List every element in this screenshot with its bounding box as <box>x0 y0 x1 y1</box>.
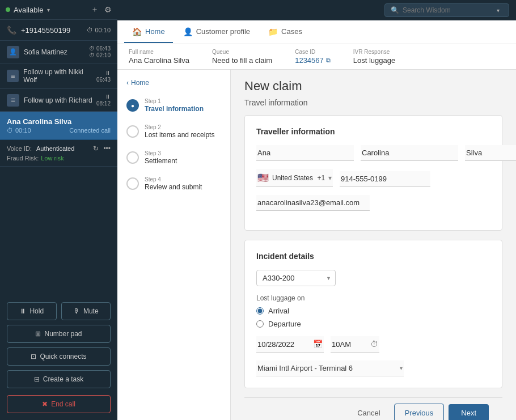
country-select[interactable]: 🇺🇸 United States +1 ▾ <box>256 169 333 187</box>
pause-icon-richard: ⏸ <box>105 94 111 100</box>
hold-icon: ⏸ <box>19 307 26 315</box>
contact-item-nikki[interactable]: ≡ Follow up with Nikki Wolf ⏸ 06:43 <box>0 63 117 89</box>
last-name-field <box>465 145 516 161</box>
search-input[interactable] <box>403 6 493 14</box>
calendar-icon[interactable]: 📅 <box>313 340 323 349</box>
arrival-radio-input[interactable] <box>256 307 264 315</box>
phone-field <box>340 171 430 187</box>
end-call-icon: ✖ <box>42 400 48 408</box>
active-call-item[interactable]: 📞 +19145550199 ⏱ 00:10 <box>0 20 117 41</box>
create-task-button[interactable]: ⊟ Create a task <box>7 370 111 388</box>
step-2-label: Lost items and receipts <box>145 131 221 139</box>
departure-radio[interactable]: Departure <box>256 320 490 328</box>
aircraft-select[interactable]: A330-200 <box>256 270 336 286</box>
fraud-risk-row: Fraud Risk: Low risk <box>7 155 111 162</box>
info-bar: Full name Ana Carolina Silva Queue Need … <box>117 44 516 70</box>
phone-input[interactable] <box>340 171 430 187</box>
topbar: 🔍 ▾ <box>117 0 516 20</box>
step-3[interactable]: Step 3 Settlement <box>126 150 221 165</box>
settings-icon[interactable]: ⚙ <box>104 5 112 14</box>
contact-times-sofia: ⏱06:43 ⏱02:10 <box>89 45 111 58</box>
date-input[interactable] <box>257 340 308 349</box>
incident-card: Incident details A330-200 Lost luggage o… <box>244 240 502 388</box>
contact-left-nikki: ≡ Follow up with Nikki Wolf <box>7 68 96 84</box>
form-area: New claim Travel information Traveller i… <box>231 70 516 420</box>
numpad-icon: ⊞ <box>35 330 41 338</box>
traveller-card: Traveller information <box>244 115 502 231</box>
case-id-field: Case ID 1234567 ⧉ <box>295 49 331 65</box>
case-id-link[interactable]: 1234567 ⧉ <box>295 56 331 65</box>
main-content: 🔍 ▾ 🏠 Home 👤 Customer profile 📁 Cases <box>117 0 516 420</box>
task-icon: ⊟ <box>34 375 40 383</box>
contact-time-1: ⏱06:43 <box>89 45 111 52</box>
tab-home[interactable]: 🏠 Home <box>124 22 173 43</box>
airport-select-wrapper: Miami Intl Airport - Terminal 6 ▾ <box>256 360 404 376</box>
ivr-field: IVR Response Lost luggage <box>353 49 395 65</box>
step-4-circle <box>126 177 139 190</box>
time-input[interactable] <box>332 340 366 349</box>
tab-customer-profile[interactable]: 👤 Customer profile <box>175 22 258 43</box>
end-call-button[interactable]: ✖ End call <box>7 395 111 413</box>
email-input[interactable] <box>256 195 370 211</box>
country-label: United States +1 <box>272 174 325 182</box>
queue-label: Queue <box>212 49 272 55</box>
contact-left: 👤 Sofia Martinez <box>7 46 67 58</box>
steps-sidebar: ‹ Home ● Step 1 Travel information Step … <box>117 70 231 420</box>
call-number: +19145550199 <box>21 26 70 35</box>
search-bar[interactable]: 🔍 ▾ <box>384 3 509 17</box>
airport-chevron-icon: ▾ <box>400 365 403 371</box>
arrival-radio[interactable]: Arrival <box>256 307 490 315</box>
next-button[interactable]: Next <box>449 404 489 420</box>
aircraft-select-wrapper: A330-200 <box>256 270 490 286</box>
call-duration: ⏱ 00:10 <box>87 27 111 33</box>
date-time-row: 📅 ⏱ <box>256 336 490 353</box>
step-3-number: Step 3 <box>145 150 221 156</box>
back-link[interactable]: ‹ Home <box>126 79 221 87</box>
middle-name-input[interactable] <box>361 145 458 161</box>
full-name-value: Ana Carolina Silva <box>129 56 189 65</box>
search-dropdown-icon[interactable]: ▾ <box>497 7 500 14</box>
contact-item-sofia[interactable]: 👤 Sofia Martinez ⏱06:43 ⏱02:10 <box>0 41 117 63</box>
tab-cases[interactable]: 📁 Cases <box>260 22 310 43</box>
step-1-number: Step 1 <box>145 98 221 104</box>
clock-icon: ⏱ <box>89 52 95 58</box>
previous-button[interactable]: Previous <box>394 404 445 420</box>
mute-button[interactable]: 🎙 Mute <box>61 302 111 320</box>
name-row <box>256 145 490 161</box>
quick-connects-button[interactable]: ⊡ Quick connects <box>7 347 111 366</box>
cancel-button[interactable]: Cancel <box>348 404 389 420</box>
lost-luggage-label: Lost luggage on <box>256 294 490 302</box>
voice-id-row: Voice ID: Authenticated ↻ ••• <box>7 145 111 152</box>
traveller-card-title: Traveller information <box>256 127 490 136</box>
departure-radio-input[interactable] <box>256 320 264 328</box>
contact-icon-richard: ≡ <box>7 94 19 107</box>
last-name-input[interactable] <box>465 145 516 161</box>
customer-icon: 👤 <box>183 27 193 36</box>
number-pad-button[interactable]: ⊞ Number pad <box>7 325 111 343</box>
first-name-input[interactable] <box>256 145 354 161</box>
airport-select[interactable]: Miami Intl Airport - Terminal 6 <box>257 364 400 372</box>
pause-icon: ⏸ <box>105 70 111 76</box>
step-1[interactable]: ● Step 1 Travel information <box>126 98 221 113</box>
fraud-label: Fraud Risk: <box>7 155 39 162</box>
refresh-icon[interactable]: ↻ <box>93 145 99 152</box>
contact-icon-nikki: ≡ <box>7 70 19 82</box>
step-4-content: Step 4 Review and submit <box>145 176 221 191</box>
step-4[interactable]: Step 4 Review and submit <box>126 176 221 191</box>
contact-item-richard[interactable]: ≡ Follow up with Richard ⏸ 08:12 <box>0 89 117 112</box>
add-icon[interactable]: ＋ <box>91 5 99 15</box>
step-2[interactable]: Step 2 Lost items and receipts <box>126 124 221 139</box>
step-3-label: Settlement <box>145 157 221 165</box>
contact-time-2: ⏱02:10 <box>89 52 111 58</box>
tabs-bar: 🏠 Home 👤 Customer profile 📁 Cases <box>117 20 516 44</box>
status-label[interactable]: Available <box>14 6 44 14</box>
flag-icon: 🇺🇸 <box>257 172 269 183</box>
step-3-circle <box>126 151 139 164</box>
active-contact-section: Ana Carolina Silva ⏱ 00:10 Connected cal… <box>0 112 117 140</box>
hold-button[interactable]: ⏸ Hold <box>7 302 57 320</box>
section-title: Travel information <box>244 98 502 107</box>
queue-field: Queue Need to fill a claim <box>212 49 272 65</box>
more-icon[interactable]: ••• <box>103 145 111 152</box>
status-section[interactable]: Available ▾ <box>6 6 50 14</box>
time-input-wrapper: ⏱ <box>331 336 379 353</box>
